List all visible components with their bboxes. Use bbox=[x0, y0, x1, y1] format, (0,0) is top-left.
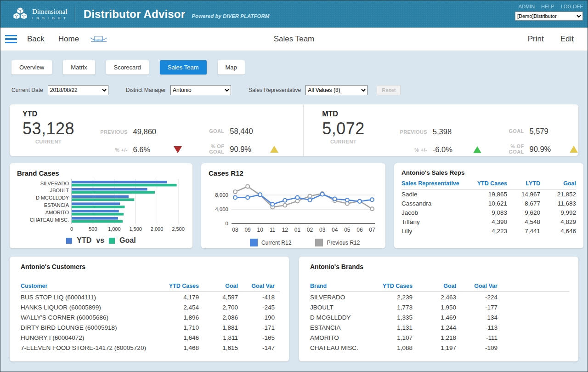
table-row[interactable]: SILVERADO2,2392,463-224 bbox=[310, 292, 569, 303]
metric-value: 6.6% bbox=[133, 145, 168, 154]
value-cell: 1,197 bbox=[413, 343, 456, 353]
menu-hamburger-icon[interactable] bbox=[5, 35, 17, 44]
value-cell: -109 bbox=[456, 343, 498, 353]
ytd-legend-swatch bbox=[66, 238, 72, 244]
row-label-cell: Sadie bbox=[401, 189, 469, 199]
filler-cell bbox=[275, 322, 280, 332]
value-cell: 14,967 bbox=[507, 189, 540, 199]
legend-item-previous-r12: Previous R12 bbox=[315, 239, 360, 246]
bridge-icon[interactable] bbox=[90, 34, 107, 44]
value-cell: 4,829 bbox=[540, 217, 576, 226]
filler-cell bbox=[275, 343, 280, 353]
value-cell: 1,218 bbox=[413, 332, 456, 343]
row-label-cell: CHATEAU MISC. bbox=[310, 343, 364, 353]
page-title: Sales Team bbox=[274, 34, 315, 44]
sales-reps-table: Sales RepresentativeYTD CasesLYTDGoalSad… bbox=[401, 179, 576, 235]
filter-label: District Manager bbox=[126, 87, 166, 93]
app-title: Distributor Advisor bbox=[84, 8, 186, 21]
column-header-goal[interactable]: Goal bbox=[413, 281, 456, 292]
svg-text:2,000: 2,000 bbox=[151, 226, 164, 232]
metric-value: 58,440 bbox=[230, 127, 265, 136]
brand-cases-chart: SILVERADOJBOULTD MCGLLDDYESTANCIAAMORITO… bbox=[17, 177, 185, 236]
column-header-ytd-cases[interactable]: YTD Cases bbox=[469, 179, 507, 189]
value-cell: 1,468 bbox=[158, 343, 199, 353]
table-row[interactable]: Cassandra10,6218,67711,683 bbox=[401, 199, 576, 208]
table-row[interactable]: CHATEAU MISC.1,0881,197-109 bbox=[310, 343, 569, 353]
svg-text:0: 0 bbox=[70, 226, 73, 232]
tab-matrix[interactable]: Matrix bbox=[63, 60, 95, 74]
svg-text:04: 04 bbox=[332, 227, 338, 233]
value-cell: -177 bbox=[456, 302, 498, 312]
column-header-goal[interactable]: Goal bbox=[540, 179, 576, 189]
sales-representative-select[interactable]: All Values (8) bbox=[305, 85, 368, 95]
home-button[interactable]: Home bbox=[58, 34, 79, 44]
metric-label: % OF GOAL bbox=[502, 143, 524, 155]
column-header-sales-representative[interactable]: Sales Representative bbox=[401, 179, 469, 189]
row-label-cell: BUS STOP LIQ (60004111) bbox=[21, 292, 158, 303]
svg-text:1,000: 1,000 bbox=[108, 226, 121, 232]
district-manager-select[interactable]: Antonio bbox=[170, 85, 231, 95]
table-row[interactable]: Sadie19,86514,96721,852 bbox=[401, 189, 576, 199]
column-header-goal[interactable]: Goal bbox=[199, 281, 238, 292]
table-row[interactable]: HUNGRY I (60004072)1,6461,811-165 bbox=[21, 332, 280, 343]
previous-r12-legend-label: Previous R12 bbox=[327, 240, 360, 246]
account-select[interactable]: [Demo]Distributor bbox=[515, 11, 583, 21]
tab-overview[interactable]: Overview bbox=[11, 60, 52, 74]
table-row[interactable]: Tiffany4,3904,5484,829 bbox=[401, 217, 576, 226]
brand-subname: I N S I G H T bbox=[32, 17, 68, 20]
table-row[interactable]: Lilly4,2237,4414,646 bbox=[401, 226, 576, 235]
current-r12-legend-label: Current R12 bbox=[261, 240, 291, 246]
logoff-link[interactable]: LOG OFF bbox=[561, 4, 583, 9]
kpi-mtd: MTD 5,072 CURRENT PREVIOUS 5,398 % +/- -… bbox=[303, 104, 588, 156]
brand-cases-title: Brand Cases bbox=[17, 169, 185, 177]
table-row[interactable]: JBOULT1,7731,950-177 bbox=[310, 302, 569, 312]
edit-button[interactable]: Edit bbox=[560, 34, 574, 44]
filler-cell bbox=[498, 312, 569, 322]
column-header-goal-var[interactable]: Goal Var bbox=[238, 281, 275, 292]
svg-text:500: 500 bbox=[89, 226, 97, 232]
metric-value: 90.9% bbox=[230, 145, 265, 154]
row-label-cell: DIRTY BIRD LOUNGE (60005918) bbox=[21, 322, 158, 332]
row-label-cell: 7-ELEVEN FOOD STORE-14172 (60005720) bbox=[21, 343, 158, 353]
filler-cell bbox=[498, 332, 569, 343]
tab-sales-team[interactable]: Sales Team bbox=[160, 60, 207, 74]
metric-value: 5,398 bbox=[433, 127, 468, 136]
table-row[interactable]: Jacob9,0839,6209,992 bbox=[401, 208, 576, 217]
tab-map[interactable]: Map bbox=[218, 60, 245, 74]
column-header-brand[interactable]: Brand bbox=[310, 281, 364, 292]
tab-scorecard[interactable]: Scorecard bbox=[106, 60, 149, 74]
column-header-customer[interactable]: Customer bbox=[21, 281, 158, 292]
table-row[interactable]: 7-ELEVEN FOOD STORE-14172 (60005720)1,46… bbox=[21, 343, 280, 353]
value-cell: -245 bbox=[238, 302, 275, 312]
row-label-cell: D MCGLLDDY bbox=[310, 312, 364, 322]
column-header-ytd-cases[interactable]: YTD Cases bbox=[364, 281, 413, 292]
value-cell: 9,083 bbox=[469, 208, 507, 217]
table-row[interactable]: WALLY'S CORNER (60005686)1,8962,086-190 bbox=[21, 312, 280, 322]
value-cell: 1,646 bbox=[158, 332, 199, 343]
svg-text:1,500: 1,500 bbox=[129, 226, 142, 232]
value-cell: 2,454 bbox=[158, 302, 199, 312]
column-header-lytd[interactable]: LYTD bbox=[507, 179, 540, 189]
column-header-ytd-cases[interactable]: YTD Cases bbox=[158, 281, 199, 292]
reset-button[interactable]: Reset bbox=[377, 85, 401, 95]
column-header-goal-var[interactable]: Goal Var bbox=[456, 281, 498, 292]
print-button[interactable]: Print bbox=[528, 34, 544, 44]
table-row[interactable]: BUS STOP LIQ (60004111)4,1794,597-418 bbox=[21, 292, 280, 303]
table-row[interactable]: DIRTY BIRD LOUNGE (60005918)1,7101,881-1… bbox=[21, 322, 280, 332]
admin-link[interactable]: ADMIN bbox=[519, 4, 535, 9]
dimensional-insight-logo[interactable]: Dimensional I N S I G H T bbox=[12, 6, 68, 22]
trend-up-arrow-icon bbox=[570, 146, 578, 153]
table-row[interactable]: D MCGLLDDY1,3351,469-134 bbox=[310, 312, 569, 322]
value-cell: -147 bbox=[238, 343, 275, 353]
back-button[interactable]: Back bbox=[27, 34, 45, 44]
help-link[interactable]: HELP bbox=[541, 4, 554, 9]
value-cell: -113 bbox=[456, 322, 498, 332]
current-date-select[interactable]: 2018/08/22 bbox=[48, 85, 108, 95]
filter-district-manager: District ManagerAntonio bbox=[126, 85, 231, 95]
brand-cases-chart-card: Brand Cases SILVERADOJBOULTD MCGLLDDYEST… bbox=[10, 163, 192, 248]
row-label-cell: HUNGRY I (60004072) bbox=[21, 332, 158, 343]
table-row[interactable]: ESTANCIA1,1311,244-113 bbox=[310, 322, 569, 332]
table-row[interactable]: HANKS LIQUOR (60005899)2,4542,700-245 bbox=[21, 302, 280, 312]
value-cell: 1,710 bbox=[158, 322, 199, 332]
table-row[interactable]: AMORITO1,1071,218-111 bbox=[310, 332, 569, 343]
